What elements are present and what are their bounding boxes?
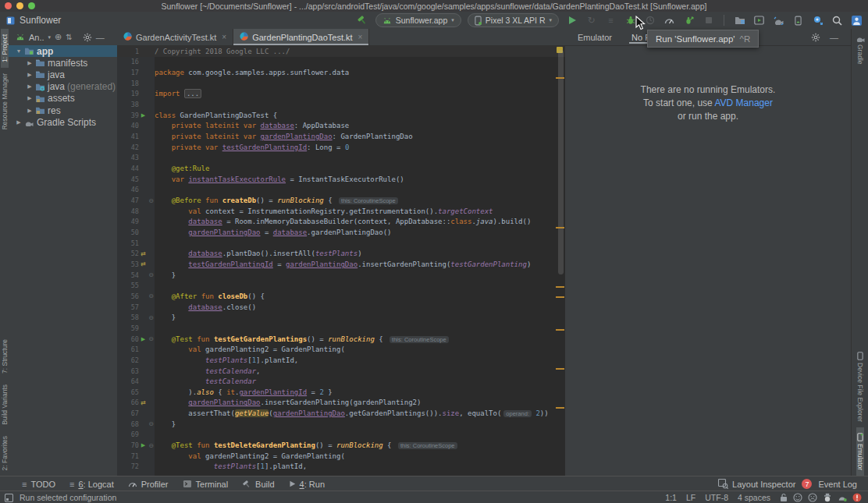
- sad-feedback-icon[interactable]: [808, 493, 817, 502]
- code-line-47[interactable]: 47⊖ @Before fun createDb() = runBlocking…: [117, 195, 565, 206]
- code-line-19[interactable]: 19import ...: [117, 89, 565, 100]
- indent-setting[interactable]: 4 spaces: [738, 493, 770, 502]
- project-view-selector[interactable]: An..: [29, 33, 44, 42]
- code-line-42[interactable]: 42 private var testGardenPlantingId: Lon…: [117, 142, 565, 153]
- settings-gear-icon[interactable]: [83, 33, 92, 42]
- tree-expand-arrow[interactable]: ▶: [26, 95, 34, 101]
- code-line-71[interactable]: 71 val gardenPlanting2 = GardenPlanting(: [117, 451, 565, 462]
- tool-window-button-4-run[interactable]: 4: Run: [289, 480, 325, 489]
- code-line-49[interactable]: 49 database = Room.inMemoryDatabaseBuild…: [117, 217, 565, 228]
- sdk-manager-button[interactable]: [792, 14, 805, 27]
- device-select[interactable]: Pixel 3 XL API R▾: [468, 13, 559, 27]
- breadcrumb[interactable]: Sunflower: [6, 15, 61, 26]
- tree-expand-arrow[interactable]: ▶: [15, 119, 23, 126]
- error-stripe-mark[interactable]: [556, 296, 564, 298]
- run-test-icon[interactable]: ▶: [139, 112, 148, 119]
- event-log-button[interactable]: Event Log: [818, 480, 857, 489]
- code-line-40[interactable]: 40 private lateinit var database: AppDat…: [117, 121, 565, 132]
- close-tab-icon[interactable]: ×: [222, 33, 226, 41]
- run-test-icon[interactable]: ▶: [139, 336, 148, 342]
- fold-marker-icon[interactable]: ⊖: [148, 271, 155, 278]
- editor-tab-gardenactivitytest-kt[interactable]: GardenActivityTest.kt×: [117, 29, 233, 45]
- collapse-all-icon[interactable]: ⇅: [66, 33, 72, 41]
- tool-window-button-build[interactable]: Build: [242, 480, 274, 489]
- happy-feedback-icon[interactable]: [793, 493, 802, 502]
- avd-manager-link[interactable]: AVD Manager: [714, 97, 772, 108]
- code-line-1[interactable]: 1/ Copyright 2018 Google LLC .../: [117, 46, 565, 57]
- fold-marker-icon[interactable]: ⊖: [148, 335, 155, 342]
- toolwindow-toggle-icon[interactable]: [5, 494, 13, 502]
- debug-button[interactable]: [624, 14, 637, 27]
- build-button[interactable]: [356, 14, 369, 27]
- tree-item-gradle-scripts[interactable]: ▶Gradle Scripts: [9, 116, 117, 128]
- tree-expand-arrow[interactable]: ▶: [26, 60, 34, 66]
- code-line-65[interactable]: 65 ).also { it.gardenPlantingId = 2 }: [117, 387, 565, 398]
- settings-gear-icon[interactable]: [811, 33, 820, 42]
- code-line-62[interactable]: 62 testPlants[1].plantId,: [117, 355, 565, 366]
- run-configuration-select[interactable]: Sunflower.app▾: [375, 13, 461, 27]
- attach-debugger-button[interactable]: [811, 14, 824, 27]
- line-ending[interactable]: LF: [686, 493, 695, 502]
- code-line-46[interactable]: 46: [117, 185, 565, 196]
- profile-button[interactable]: [663, 14, 676, 27]
- run-test-icon[interactable]: ▶: [139, 442, 148, 448]
- code-line-59[interactable]: 59: [117, 323, 565, 334]
- code-line-38[interactable]: 38: [117, 99, 565, 110]
- tool-stripe-button-1-project[interactable]: 1: Project: [1, 29, 9, 68]
- tool-stripe-button-gradle[interactable]: Gradle: [856, 29, 866, 70]
- error-stripe-mark[interactable]: [556, 77, 564, 79]
- hide-panel-icon[interactable]: —: [96, 33, 105, 42]
- code-line-69[interactable]: 69: [117, 430, 565, 441]
- fold-marker-icon[interactable]: ⊖: [148, 314, 155, 321]
- code-line-18[interactable]: 18: [117, 78, 565, 89]
- code-line-54[interactable]: 54⊖ }: [117, 270, 565, 281]
- tree-expand-arrow[interactable]: ▼: [15, 48, 23, 54]
- tool-window-button-6-logcat[interactable]: ≡6: Logcat: [69, 480, 114, 489]
- error-stripe-mark[interactable]: [556, 368, 564, 370]
- code-line-51[interactable]: 51: [117, 238, 565, 249]
- tool-window-button-terminal[interactable]: Terminal: [183, 480, 229, 489]
- tool-stripe-button-resource-manager[interactable]: Resource Manager: [1, 68, 9, 135]
- error-notification-icon[interactable]: [852, 493, 862, 502]
- close-tab-icon[interactable]: ×: [358, 33, 363, 41]
- file-encoding[interactable]: UTF-8: [705, 493, 728, 502]
- code-line-52[interactable]: 52⇄ database.plantDao().insertAll(testPl…: [117, 248, 565, 259]
- fold-marker-icon[interactable]: ⊖: [148, 197, 155, 204]
- code-line-61[interactable]: 61 val gardenPlanting2 = GardenPlanting(: [117, 344, 565, 355]
- fold-marker-icon[interactable]: ⊖: [148, 292, 155, 299]
- locate-icon[interactable]: ⊕: [55, 32, 62, 42]
- tree-item-app[interactable]: ▼app: [9, 45, 117, 57]
- hide-panel-icon[interactable]: —: [830, 33, 838, 42]
- avd-manager-button[interactable]: [752, 14, 766, 27]
- fold-marker-icon[interactable]: ⊖: [148, 442, 155, 449]
- tree-item-manifests[interactable]: ▶manifests: [9, 57, 117, 69]
- code-line-44[interactable]: 44 @get:Rule: [117, 163, 565, 174]
- code-line-72[interactable]: 72 testPlants[1].plantId,: [117, 462, 565, 473]
- tool-stripe-button-device-file-explorer[interactable]: Device File Explorer: [856, 346, 864, 427]
- tree-expand-arrow[interactable]: ▶: [26, 72, 34, 78]
- code-line-16[interactable]: 16: [117, 57, 565, 68]
- tool-window-button-profiler[interactable]: Profiler: [128, 480, 169, 489]
- editor-scrollbar[interactable]: [558, 50, 564, 275]
- code-line-17[interactable]: 17package com.google.samples.apps.sunflo…: [117, 67, 565, 78]
- error-stripe-mark[interactable]: [556, 329, 564, 331]
- code-line-66[interactable]: 66⇄ gardenPlantingDao.insertGardenPlanti…: [117, 398, 565, 409]
- editor-tab-gardenplantingdaotest-kt[interactable]: GardenPlantingDaoTest.kt×: [233, 29, 369, 45]
- code-line-53[interactable]: 53⇄ testGardenPlantingId = gardenPlantin…: [117, 259, 565, 270]
- code-line-48[interactable]: 48 val context = InstrumentationRegistry…: [117, 206, 565, 217]
- tree-item-res[interactable]: ▶res: [9, 104, 117, 116]
- search-everywhere-button[interactable]: [831, 14, 844, 27]
- apply-changes-button[interactable]: [682, 14, 695, 27]
- error-stripe-mark[interactable]: [556, 407, 564, 409]
- code-line-39[interactable]: 39▶class GardenPlantingDaoTest {: [117, 110, 565, 121]
- error-stripe-mark[interactable]: [556, 286, 564, 288]
- code-line-41[interactable]: 41 private lateinit var gardenPlantingDa…: [117, 131, 565, 142]
- tree-item-java[interactable]: ▶java: [9, 69, 117, 80]
- inspections-profile-icon[interactable]: [823, 493, 832, 502]
- tree-item-assets[interactable]: ▶assets: [9, 93, 117, 104]
- gradle-sync-button[interactable]: [772, 14, 785, 27]
- tool-stripe-button-emulator[interactable]: Emulator: [856, 427, 864, 476]
- tool-stripe-button-build-variants[interactable]: Build Variants: [1, 379, 9, 430]
- code-line-50[interactable]: 50 gardenPlantingDao = database.gardenPl…: [117, 227, 565, 238]
- breadcrumb-project[interactable]: Sunflower: [20, 15, 61, 26]
